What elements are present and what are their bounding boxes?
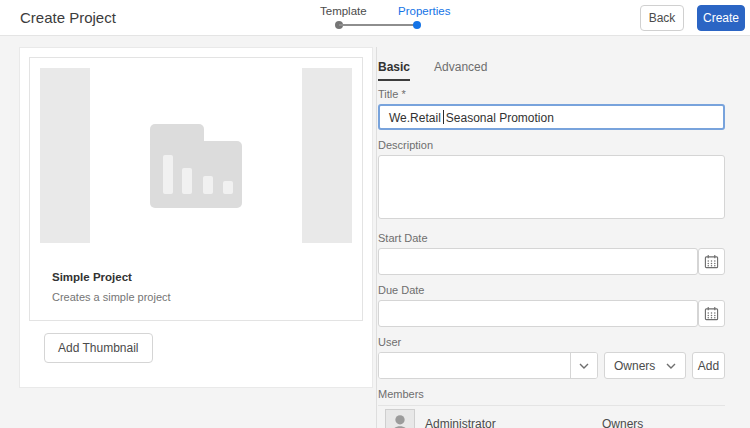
user-dropdown-button[interactable]	[570, 353, 597, 378]
properties-form: Basic Advanced Title * We.RetailSeasonal…	[378, 47, 725, 428]
user-label: User	[378, 336, 725, 348]
start-date-input[interactable]	[378, 248, 698, 275]
template-card[interactable]: Simple Project Creates a simple project	[29, 57, 363, 321]
template-name: Simple Project	[52, 271, 340, 283]
panel-divider	[376, 47, 377, 428]
due-date-label: Due Date	[378, 284, 725, 296]
due-date-row	[378, 300, 725, 327]
member-role: Owners	[602, 417, 643, 428]
template-description: Creates a simple project	[52, 291, 340, 303]
step-properties-label[interactable]: Properties	[398, 5, 450, 17]
members-table: Administrator Owners	[378, 405, 725, 428]
step-properties-dot[interactable]	[413, 21, 421, 29]
wizard-stepper: Template Properties	[310, 4, 455, 32]
description-label: Description	[378, 139, 725, 151]
template-card-text: Simple Project Creates a simple project	[30, 251, 362, 320]
start-date-row	[378, 248, 725, 275]
calendar-icon	[704, 254, 719, 269]
start-date-calendar-button[interactable]	[698, 248, 725, 275]
template-thumbnail	[30, 58, 362, 251]
members-label: Members	[378, 388, 725, 400]
thumbnail-placeholder-bar-right	[302, 68, 352, 243]
role-selected-value: Owners	[614, 359, 655, 373]
due-date-input[interactable]	[378, 300, 698, 327]
avatar	[385, 409, 415, 428]
chevron-down-icon	[579, 363, 589, 369]
chevron-down-icon	[666, 363, 676, 369]
due-date-calendar-button[interactable]	[698, 300, 725, 327]
role-select[interactable]: Owners	[604, 352, 686, 379]
user-silhouette-icon	[386, 410, 414, 428]
create-button[interactable]: Create	[697, 5, 745, 31]
wizard-header: Create Project Template Properties Back …	[0, 0, 750, 36]
member-row[interactable]: Administrator Owners	[378, 406, 725, 428]
tab-advanced[interactable]: Advanced	[434, 60, 487, 81]
form-tabs: Basic Advanced	[378, 47, 725, 81]
description-textarea[interactable]	[378, 155, 725, 219]
title-value-after-cursor: Seasonal Promotion	[446, 111, 554, 125]
user-row: Owners Add	[378, 352, 725, 379]
page-title: Create Project	[20, 0, 116, 35]
add-user-button[interactable]: Add	[692, 352, 725, 379]
title-input[interactable]: We.RetailSeasonal Promotion	[378, 104, 725, 130]
stepper-connector-line	[339, 24, 416, 26]
tab-basic[interactable]: Basic	[378, 60, 410, 81]
step-template-label[interactable]: Template	[320, 5, 367, 17]
title-label: Title *	[378, 88, 725, 100]
add-thumbnail-button[interactable]: Add Thumbnail	[44, 333, 153, 363]
template-panel: Simple Project Creates a simple project …	[19, 47, 373, 388]
project-folder-icon	[150, 124, 242, 208]
calendar-icon	[704, 306, 719, 321]
back-button[interactable]: Back	[640, 5, 684, 31]
member-name: Administrator	[425, 417, 496, 428]
user-input[interactable]	[379, 353, 570, 378]
start-date-label: Start Date	[378, 232, 725, 244]
title-value-before-cursor: We.Retail	[389, 111, 441, 125]
user-combobox	[378, 352, 598, 379]
thumbnail-placeholder-bar-left	[40, 68, 90, 243]
create-project-wizard: Create Project Template Properties Back …	[0, 0, 750, 428]
text-cursor	[443, 110, 444, 124]
